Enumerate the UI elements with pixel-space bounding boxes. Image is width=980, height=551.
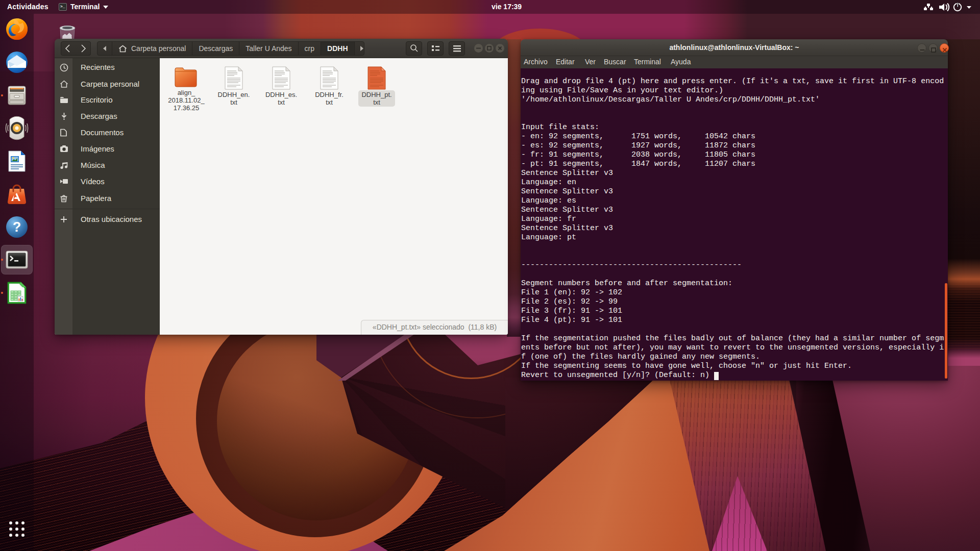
svg-text:?: ? [13, 219, 21, 235]
